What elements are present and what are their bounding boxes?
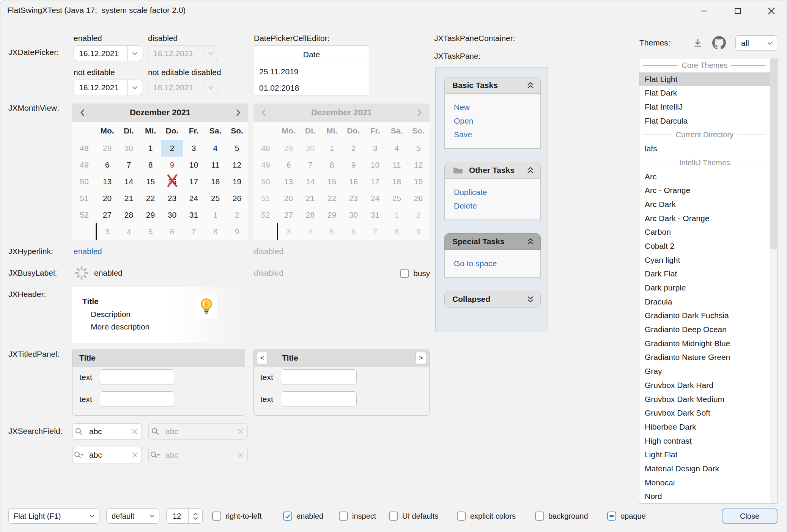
calendar-day[interactable]: 15	[140, 173, 161, 190]
checkbox-group-right-to-left[interactable]: right-to-left	[212, 508, 262, 524]
theme-list-item[interactable]: Gradianto Dark Fuchsia	[639, 309, 770, 323]
text-input[interactable]	[281, 369, 357, 385]
table-row[interactable]: 25.11.2019	[254, 63, 369, 80]
calendar-day[interactable]: 17	[183, 173, 205, 190]
left-arrow-button[interactable]: <	[257, 351, 268, 365]
theme-list-item[interactable]: Flat Dark	[639, 86, 770, 100]
UI defaults-checkbox[interactable]	[389, 512, 398, 521]
prev-month-button[interactable]	[72, 108, 93, 117]
datepicker-value[interactable]: 16.12.2021	[74, 46, 127, 61]
calendar-day[interactable]: 19	[226, 173, 248, 190]
theme-list-item[interactable]: Nord	[639, 490, 770, 503]
theme-list-item[interactable]: Arc	[639, 170, 770, 184]
laf-combo[interactable]: Flat Light (F1)	[8, 508, 99, 524]
calendar-day[interactable]: 20	[96, 190, 118, 207]
checkbox-group-enabled[interactable]: enabled	[283, 508, 323, 524]
calendar-day[interactable]: 10	[183, 157, 205, 173]
calendar-day[interactable]: 5	[226, 140, 248, 157]
calendar-day[interactable]: 8	[140, 157, 161, 173]
theme-list-item[interactable]: Flat Darcula	[639, 114, 770, 128]
chevron-down-icon[interactable]	[127, 46, 142, 61]
download-themes-button[interactable]	[692, 37, 704, 50]
date-column-header[interactable]: Date	[254, 46, 369, 63]
theme-list-item[interactable]: Arc Dark	[639, 198, 770, 212]
calendar-day[interactable]: 4	[205, 140, 226, 157]
theme-list-item[interactable]: Dark purple	[639, 281, 770, 295]
calendar-day[interactable]: 24	[183, 190, 205, 207]
text-input[interactable]	[100, 391, 174, 407]
taskpane-header[interactable]: Special Tasks	[444, 233, 541, 250]
spinner-buttons[interactable]	[188, 509, 202, 523]
calendar-day[interactable]: 28	[118, 207, 140, 223]
table-row[interactable]: 01.02.2018	[254, 80, 369, 96]
calendar-day[interactable]: 30	[161, 207, 183, 223]
theme-list-item[interactable]: Gradianto Nature Green	[639, 350, 770, 364]
calendar-day[interactable]: 3	[183, 140, 205, 157]
search-input[interactable]: abc	[85, 450, 128, 460]
calendar-day[interactable]: 9	[161, 157, 183, 173]
taskpane-action-link[interactable]: Open	[454, 114, 540, 128]
background-checkbox[interactable]	[535, 512, 544, 521]
right-to-left-checkbox[interactable]	[212, 512, 221, 521]
theme-list-item[interactable]: Carbon	[639, 225, 770, 239]
calendar-day[interactable]: 30	[118, 140, 140, 157]
calendar-day[interactable]: 23	[161, 190, 183, 207]
close-button[interactable]: Close	[722, 508, 778, 524]
hyperlink-enabled[interactable]: enabled	[74, 247, 102, 256]
calendar-day[interactable]: 27	[96, 207, 118, 223]
taskpane-action-link[interactable]: Go to space	[454, 257, 540, 270]
theme-list-item[interactable]: Dark Flat	[639, 267, 770, 281]
calendar-day[interactable]: 22	[140, 190, 161, 207]
calendar-day[interactable]: 31	[183, 207, 205, 223]
calendar-day[interactable]: 29	[96, 140, 118, 157]
busy-checkbox[interactable]	[400, 269, 409, 278]
theme-list-item[interactable]: Flat IntelliJ	[639, 100, 770, 114]
checkbox-group-background[interactable]: background	[535, 508, 588, 524]
theme-list-item[interactable]: Material Design Dark	[639, 462, 770, 476]
calendar-day[interactable]: 11	[205, 157, 226, 173]
theme-list-item[interactable]: Arc Dark - Orange	[639, 212, 770, 226]
checkbox-group-opaque[interactable]: opaque	[607, 508, 646, 524]
calendar-day[interactable]: 1	[140, 140, 161, 157]
calendar-day[interactable]: 21	[118, 190, 140, 207]
theme-list-item[interactable]: lafs	[639, 142, 770, 156]
close-window-button[interactable]	[759, 0, 784, 22]
theme-list-item[interactable]: Gruvbox Dark Soft	[639, 406, 770, 420]
font-size-value[interactable]: 12	[167, 509, 188, 523]
taskpane-action-link[interactable]: New	[454, 100, 540, 114]
theme-list-item[interactable]: Dracula	[639, 295, 770, 309]
calendar-day[interactable]: 4	[118, 223, 140, 240]
theme-list-item[interactable]: Cobalt 2	[639, 239, 770, 253]
search-field-enabled[interactable]: abc	[72, 423, 142, 440]
enabled-checkbox[interactable]	[283, 512, 292, 521]
calendar-day[interactable]: 6	[161, 223, 183, 240]
theme-list-item[interactable]: High contrast	[639, 434, 770, 448]
minimize-button[interactable]	[692, 0, 716, 22]
checkbox-group-inspect[interactable]: inspect	[339, 508, 376, 524]
search-input[interactable]: abc	[85, 427, 128, 436]
opaque-checkbox[interactable]	[607, 512, 616, 521]
calendar-day[interactable]: 14	[118, 173, 140, 190]
themes-scrollbar[interactable]	[770, 58, 778, 503]
theme-list-item[interactable]: Hiberbee Dark	[639, 420, 770, 434]
theme-list-item[interactable]: Cyan light	[639, 253, 770, 267]
calendar-day[interactable]: 6	[96, 157, 118, 173]
right-arrow-button[interactable]: >	[416, 351, 426, 365]
calendar-day[interactable]: 26	[226, 190, 248, 207]
calendar-day[interactable]: 1	[205, 207, 226, 223]
taskpane-action-link[interactable]: Delete	[454, 199, 540, 213]
theme-list-item[interactable]: Gradianto Midnight Blue	[639, 337, 770, 351]
theme-list-item[interactable]: Gradianto Deep Ocean	[639, 323, 770, 337]
taskpane-header[interactable]: Basic Tasks	[444, 77, 541, 94]
calendar-day[interactable]: 2	[226, 207, 248, 223]
calendar-day[interactable]: 16	[161, 173, 183, 190]
busy-checkbox-group[interactable]: busy	[400, 266, 430, 281]
theme-list-item[interactable]: Light Flat	[639, 448, 770, 462]
calendar-day[interactable]: 8	[205, 223, 226, 240]
taskpane-action-link[interactable]: Duplicate	[454, 185, 540, 199]
theme-list-item[interactable]: Gruvbox Dark Medium	[639, 392, 770, 406]
github-button[interactable]	[712, 36, 726, 51]
theme-list-item[interactable]: Gruvbox Dark Hard	[639, 378, 770, 392]
calendar-day[interactable]: 2	[161, 140, 183, 157]
datepicker-not-editable[interactable]: 16.12.2021	[74, 80, 142, 95]
